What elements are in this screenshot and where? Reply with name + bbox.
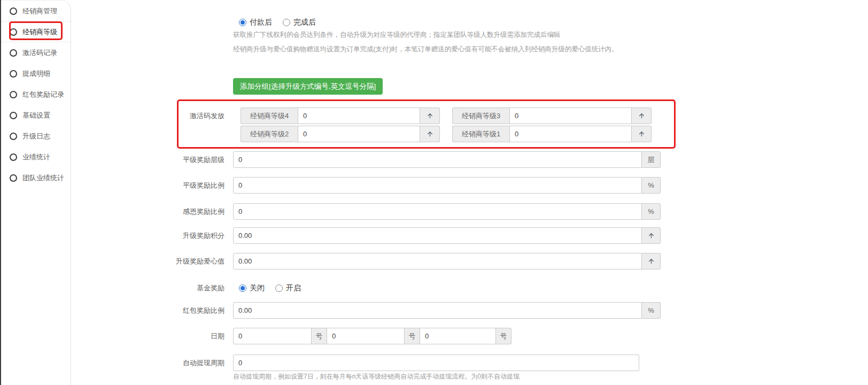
sidebar: 经销商管理 经销商等级 激活码记录 提成明细 红包奖励记录 基础设置 升级日志 … [1,0,71,385]
sidebar-item-basic-settings[interactable]: 基础设置 [1,105,71,126]
dealer-level1-suffix [632,126,652,142]
sidebar-item-label: 提成明细 [22,69,50,79]
auto-withdraw-cycle-input[interactable] [233,355,639,371]
arrow-up-icon [638,130,646,138]
sidebar-item-label: 经销商管理 [22,6,57,16]
radio-after-payment-label[interactable]: 付款后 [250,18,272,27]
dealer-level3-input[interactable] [509,107,632,124]
red-packet-ratio-suffix: % [642,302,661,319]
upgrade-timing-radio-group: 付款后 完成后 [239,18,316,27]
dealer-level2-prefix: 经销商等级2 [241,126,298,142]
date-suffix-3: 号 [496,328,511,344]
sidebar-item-label: 团队业绩统计 [22,173,64,183]
radio-after-completion[interactable] [283,19,290,26]
radio-circle-icon [10,174,17,182]
sidebar-item-performance-stats[interactable]: 业绩统计 [1,147,71,167]
dealer-level3-prefix: 经销商等级3 [452,107,509,124]
arrow-up-icon [647,232,655,240]
dealer-level4-suffix [420,107,440,124]
radio-circle-icon [10,7,17,15]
fund-reward-radio-group: 关闭 开启 [239,283,301,293]
date-input-3[interactable] [420,328,496,344]
peer-reward-level-suffix: 层 [642,151,661,168]
arrow-up-icon [647,257,655,265]
upgrade-reward-points-suffix [642,227,661,244]
dealer-level1-prefix: 经销商等级1 [452,126,509,142]
sidebar-item-label: 业绩统计 [22,152,50,162]
upgrade-note-2: 经销商升级与爱心值购物赠送均设置为订单完成(支付)时，本笔订单赠送的爱心值有可能… [233,45,618,54]
arrow-up-icon [426,130,434,138]
sidebar-item-upgrade-log[interactable]: 升级日志 [1,126,71,147]
radio-fund-open-label[interactable]: 开启 [286,283,301,293]
sidebar-item-dealer-management[interactable]: 经销商管理 [1,1,71,21]
date-input-2[interactable] [327,328,405,344]
sidebar-item-redpacket-reward-records[interactable]: 红包奖励记录 [1,84,71,105]
date-suffix-1: 号 [312,328,327,344]
gratitude-reward-ratio-suffix: % [642,203,661,220]
radio-circle-icon [10,112,17,119]
sidebar-item-label: 经销商等级 [22,27,57,37]
peer-reward-level-label: 平级奖励层级 [134,151,224,168]
radio-circle-icon [10,133,17,140]
sidebar-item-label: 基础设置 [22,111,50,120]
red-packet-ratio-input[interactable] [233,302,642,319]
auto-withdraw-cycle-label: 自动提现周期 [134,355,224,371]
sidebar-item-label: 激活码记录 [22,48,57,58]
dealer-level4-prefix: 经销商等级4 [241,107,298,124]
dealer-level3-suffix [632,107,652,124]
arrow-up-icon [426,112,434,120]
radio-after-payment[interactable] [239,19,246,26]
peer-reward-ratio-label: 平级奖励比例 [134,177,224,194]
fund-reward-label: 基金奖励 [134,280,224,296]
radio-circle-icon [10,28,17,36]
sidebar-item-label: 升级日志 [22,132,50,141]
radio-fund-open[interactable] [275,284,283,292]
upgrade-reward-love-input[interactable] [233,253,642,270]
gratitude-reward-ratio-input[interactable] [233,203,642,220]
sidebar-item-label: 红包奖励记录 [22,90,64,99]
add-group-button[interactable]: 添加分组[选择升级方式编号,英文逗号分隔] [233,78,383,95]
sidebar-item-commission-details[interactable]: 提成明细 [1,63,71,84]
upgrade-reward-points-label: 升级奖励积分 [134,227,224,244]
upgrade-reward-love-suffix [642,253,661,270]
peer-reward-ratio-suffix: % [642,177,661,194]
arrow-up-icon [638,112,646,120]
radio-circle-icon [10,70,17,78]
peer-reward-level-input[interactable] [233,151,642,168]
red-packet-ratio-label: 红包奖励比例 [134,302,224,319]
upgrade-note-1: 获取推广下线权利的会员达到条件，自动升级为对应等级的代理商；指定某团队等级人数升… [233,30,561,40]
upgrade-reward-love-label: 升级奖励爱心值 [134,253,224,270]
radio-fund-close[interactable] [239,284,246,292]
dealer-level2-suffix [420,126,440,142]
radio-circle-icon [10,91,17,98]
dealer-level2-input[interactable] [298,126,420,142]
sidebar-item-team-performance-stats[interactable]: 团队业绩统计 [1,167,71,188]
radio-after-completion-label[interactable]: 完成后 [293,18,316,27]
activation-codes-label: 激活码发放 [134,107,224,124]
gratitude-reward-ratio-label: 感恩奖励比例 [134,203,224,220]
radio-fund-close-label[interactable]: 关闭 [250,283,265,293]
sidebar-item-activation-code-records[interactable]: 激活码记录 [1,42,71,63]
radio-circle-icon [10,153,17,161]
sidebar-item-dealer-level[interactable]: 经销商等级 [1,21,71,42]
peer-reward-ratio-input[interactable] [233,177,642,194]
dealer-level1-input[interactable] [509,126,632,142]
date-input-1[interactable] [233,328,312,344]
upgrade-reward-points-input[interactable] [233,227,642,244]
date-suffix-2: 号 [405,328,420,344]
radio-circle-icon [10,49,17,57]
auto-withdraw-cycle-help: 自动提现周期，例如设置7日，则在每月每n天该等级经销商自动完成手动提现流程。为0… [233,372,520,381]
date-label: 日期 [134,328,224,344]
dealer-level4-input[interactable] [298,107,420,124]
